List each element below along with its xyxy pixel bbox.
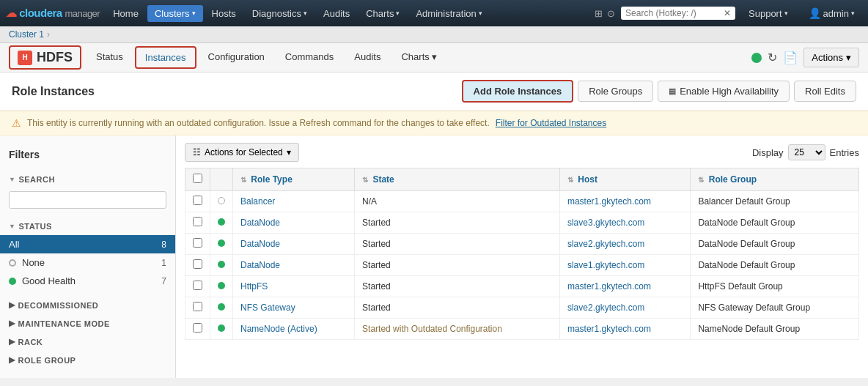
table-row: NameNode (Active) Started with Outdated …: [185, 319, 859, 340]
table-toolbar: ☷ Actions for Selected ▾ Display 25 50 1…: [185, 143, 859, 162]
role-type-link[interactable]: Balancer: [240, 196, 275, 207]
display-select[interactable]: 25 50 100: [788, 144, 825, 160]
actions-button[interactable]: Actions ▾: [803, 48, 859, 67]
host-link[interactable]: master1.gkytech.com: [567, 324, 651, 334]
row-checkbox[interactable]: [193, 217, 202, 226]
search-input[interactable]: [625, 8, 721, 18]
service-tabs-bar: H HDFS Status Instances Configuration Co…: [0, 43, 868, 73]
maintenance-mode-section[interactable]: ▶ MAINTENANCE MODE: [0, 314, 175, 333]
table-icon: ☷: [193, 147, 201, 157]
row-host: master1.gkytech.com: [559, 319, 690, 340]
row-checkbox-cell: [185, 255, 210, 276]
host-link[interactable]: master1.gkytech.com: [567, 196, 651, 207]
status-none-count: 1: [161, 258, 166, 268]
tab-charts[interactable]: Charts ▾: [391, 44, 446, 72]
tab-instances[interactable]: Instances: [135, 46, 196, 69]
nav-administration[interactable]: Administration ▾: [408, 5, 489, 22]
row-status-dot: [218, 303, 225, 311]
row-dot-cell: [210, 255, 233, 276]
tab-configuration[interactable]: Configuration: [198, 44, 275, 72]
search-box: ✕: [621, 7, 735, 20]
tab-actions: ↻ 📄 Actions ▾: [751, 48, 859, 67]
host-link[interactable]: master1.gkytech.com: [567, 281, 651, 292]
settings-icon[interactable]: ⊙: [607, 8, 615, 19]
document-icon[interactable]: 📄: [783, 51, 798, 64]
rack-arrow: ▶: [9, 337, 15, 346]
row-role-type: Balancer: [233, 191, 355, 212]
col-state-header[interactable]: ⇅ State: [355, 168, 560, 191]
decommissioned-section[interactable]: ▶ DECOMMISSIONED: [0, 296, 175, 314]
status-good-health[interactable]: Good Health 7: [0, 272, 175, 290]
state-sort-arrows: ⇅: [362, 176, 368, 184]
host-link[interactable]: slave1.gkytech.com: [567, 260, 644, 270]
search-section-header[interactable]: ▼ SEARCH: [0, 171, 175, 188]
row-status-dot: [218, 197, 225, 204]
nav-clusters[interactable]: Clusters ▾: [147, 5, 203, 22]
search-clear-icon[interactable]: ✕: [724, 8, 731, 18]
breadcrumb-separator: ›: [47, 29, 50, 40]
actions-for-selected-button[interactable]: ☷ Actions for Selected ▾: [185, 143, 299, 162]
role-group-section[interactable]: ▶ ROLE GROUP: [0, 351, 175, 369]
refresh-icon[interactable]: ↻: [768, 51, 777, 64]
row-checkbox-cell: [185, 234, 210, 255]
row-checkbox[interactable]: [193, 323, 202, 333]
row-checkbox-cell: [185, 297, 210, 319]
nav-hosts[interactable]: Hosts: [205, 5, 243, 22]
enable-high-availability-button[interactable]: ▦ Enable High Availability: [658, 81, 790, 102]
role-type-link[interactable]: HttpFS: [240, 281, 268, 292]
filters-title: Filters: [0, 144, 175, 165]
role-type-link[interactable]: NameNode (Active): [240, 324, 317, 334]
filter-search-input[interactable]: [9, 191, 166, 209]
row-checkbox[interactable]: [193, 238, 202, 248]
nav-items: Home Clusters ▾ Hosts Diagnostics ▾ Audi…: [106, 5, 490, 22]
row-checkbox[interactable]: [193, 196, 202, 205]
role-instances-header: Role Instances Add Role Instances Role G…: [0, 73, 868, 111]
tab-status[interactable]: Status: [86, 44, 133, 72]
host-link[interactable]: slave3.gkytech.com: [567, 218, 644, 228]
role-type-link[interactable]: DataNode: [240, 218, 280, 228]
rack-section[interactable]: ▶ RACK: [0, 333, 175, 351]
tab-audits[interactable]: Audits: [344, 44, 391, 72]
admin-caret: ▾: [479, 10, 482, 17]
filter-outdated-link[interactable]: Filter for Outdated Instances: [496, 118, 606, 128]
status-good-count: 7: [161, 276, 166, 286]
role-type-link[interactable]: NFS Gateway: [240, 303, 295, 313]
row-role-group: HttpFS Default Group: [691, 276, 859, 297]
status-all[interactable]: All 8: [0, 235, 175, 253]
decommissioned-arrow: ▶: [9, 300, 15, 310]
select-all-header[interactable]: [185, 168, 210, 191]
col-host-header[interactable]: ⇅ Host: [559, 168, 690, 191]
select-all-checkbox[interactable]: [193, 174, 202, 183]
apps-icon[interactable]: ⊞: [595, 8, 603, 19]
nav-charts[interactable]: Charts ▾: [358, 5, 407, 22]
nav-audits[interactable]: Audits: [316, 5, 357, 22]
row-checkbox[interactable]: [193, 259, 202, 269]
row-checkbox[interactable]: [193, 281, 202, 290]
host-link[interactable]: slave2.gkytech.com: [567, 239, 644, 249]
nav-support[interactable]: Support ▾: [741, 5, 795, 22]
status-section-header[interactable]: ▼ STATUS: [0, 218, 175, 235]
host-link[interactable]: slave2.gkytech.com: [567, 303, 644, 313]
col-role-type-header[interactable]: ⇅ Role Type: [233, 168, 355, 191]
breadcrumb-cluster[interactable]: Cluster 1: [9, 29, 44, 40]
col-role-group-header[interactable]: ⇅ Role Group: [691, 168, 859, 191]
main-content: Role Instances Add Role Instances Role G…: [0, 73, 868, 378]
role-type-link[interactable]: DataNode: [240, 260, 280, 270]
status-none[interactable]: None 1: [0, 253, 175, 272]
roll-edits-button[interactable]: Roll Edits: [794, 81, 856, 102]
nav-admin[interactable]: 👤 admin ▾: [801, 4, 862, 22]
tab-commands[interactable]: Commands: [275, 44, 344, 72]
role-type-link[interactable]: DataNode: [240, 239, 280, 249]
nav-home[interactable]: Home: [106, 5, 146, 22]
role-groups-button[interactable]: Role Groups: [578, 81, 653, 102]
nav-diagnostics[interactable]: Diagnostics ▾: [245, 5, 315, 22]
sidebar: Filters ▼ SEARCH ▼ STATUS All 8: [0, 136, 176, 378]
role-type-sort-arrows: ⇅: [240, 176, 246, 184]
row-checkbox[interactable]: [193, 302, 202, 311]
add-role-instances-button[interactable]: Add Role Instances: [462, 80, 574, 103]
row-status-dot: [218, 218, 225, 226]
status-good-dot: [9, 278, 16, 285]
breadcrumb: Cluster 1 ›: [0, 26, 868, 43]
row-checkbox-cell: [185, 276, 210, 297]
row-checkbox-cell: [185, 319, 210, 340]
